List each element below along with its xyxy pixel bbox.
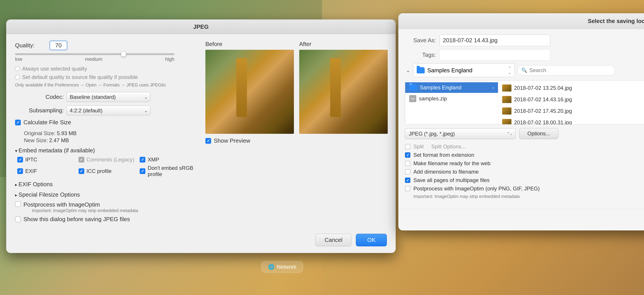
- quality-slider[interactable]: [15, 53, 174, 55]
- format-select[interactable]: JPEG (*.jpg, *.jpeg): [405, 128, 516, 139]
- file-item-img4[interactable]: 2018-07-02 18.00.31.jpg: [498, 117, 644, 124]
- iptc-item[interactable]: IPTC: [17, 157, 74, 163]
- format-extension-label: Set format from extension: [414, 152, 474, 158]
- radio-set-default[interactable]: Set default quality to source file quali…: [15, 74, 196, 80]
- network-icon: 🌐: [268, 264, 275, 270]
- exif-checkbox[interactable]: [17, 168, 23, 174]
- codec-select-wrapper: Baseline (standard): [66, 92, 150, 102]
- format-select-wrapper: JPEG (*.jpg, *.jpeg): [405, 128, 516, 139]
- slider-container: low medium high: [15, 53, 196, 62]
- after-label: After: [299, 41, 388, 47]
- network-button[interactable]: 🌐 Network: [261, 261, 303, 273]
- chevron-icon: ›: [493, 85, 494, 90]
- original-size-row: Original Size: 5.93 MB: [24, 130, 196, 136]
- web-filename-checkbox[interactable]: [405, 161, 410, 166]
- jpeg-titlebar: JPEG: [6, 19, 396, 34]
- jpeg-title: JPEG: [193, 23, 208, 30]
- embed-metadata-header[interactable]: Embed metadata (if available): [15, 147, 196, 154]
- postprocess-imageoptim-checkbox[interactable]: [405, 186, 410, 191]
- search-box[interactable]: 🔍: [518, 65, 615, 75]
- save-as-input[interactable]: [440, 34, 550, 46]
- new-size-row: New Size: 2.47 MB: [24, 137, 196, 144]
- radio-default-label: Set default quality to source file quali…: [22, 74, 138, 80]
- file-browser-right: 2018-07-02 13.25.04.jpg 2018-07-02 14.43…: [498, 80, 644, 124]
- slider-labels: low medium high: [15, 56, 174, 62]
- before-label: Before: [205, 41, 294, 47]
- calc-filesize-checkbox[interactable]: [15, 120, 21, 125]
- show-dialog-row[interactable]: Show this dialog before saving JPEG file…: [15, 216, 196, 223]
- split-row[interactable]: Split Split Options...: [405, 144, 644, 150]
- postprocess-checkbox[interactable]: [15, 201, 21, 207]
- file-item-img1[interactable]: 2018-07-02 13.25.04.jpg: [498, 82, 644, 94]
- after-preview-box: After: [299, 41, 388, 134]
- codec-row: Codec: Baseline (standard): [15, 92, 196, 102]
- location-dropdown[interactable]: Samples England ⌃ ⌄: [413, 63, 515, 77]
- xmp-item[interactable]: XMP: [140, 157, 196, 163]
- split-options-link[interactable]: Split Options...: [431, 144, 466, 150]
- radio-always-label: Always use selected quality: [22, 66, 87, 72]
- jpeg-note: Only available if the Preferences → Open…: [15, 82, 196, 88]
- tags-row: Tags:: [405, 49, 644, 60]
- show-preview-row[interactable]: Show Preview: [205, 137, 388, 144]
- postprocess-imageoptim-label: Postprocess with ImageOptim (only PNG, G…: [414, 186, 540, 192]
- slider-medium: medium: [85, 56, 102, 62]
- save-as-row: Save As:: [405, 34, 644, 46]
- file-item-img3[interactable]: 2018-07-02 17.45.20.jpg: [498, 105, 644, 117]
- quality-input[interactable]: [50, 41, 67, 50]
- postprocess-note: Important: ImageOptim may strip embedded…: [32, 208, 138, 213]
- postprocess-row[interactable]: Postprocess with ImageOptim Important: I…: [15, 201, 196, 213]
- folder-icon: [417, 67, 425, 73]
- postprocess-imageoptim-row[interactable]: Postprocess with ImageOptim (only PNG, G…: [405, 186, 644, 192]
- nosrgb-item[interactable]: Don't embed sRGB profile: [140, 165, 196, 177]
- exif-item[interactable]: EXIF: [17, 165, 74, 177]
- tags-label: Tags:: [405, 51, 436, 58]
- save-all-pages-checkbox[interactable]: [405, 178, 410, 183]
- jpeg-cancel-button[interactable]: Cancel: [315, 234, 352, 246]
- samples-zip-label: samples.zip: [419, 95, 447, 102]
- split-checkbox[interactable]: [405, 144, 410, 149]
- save-title: Select the saving location and name: [588, 18, 644, 24]
- tags-input[interactable]: [440, 49, 550, 60]
- save-dialog: Select the saving location and name Save…: [398, 13, 644, 230]
- location-name: Samples England: [427, 67, 472, 74]
- web-filename-row[interactable]: Make filename ready for the web: [405, 160, 644, 167]
- subsampling-select[interactable]: 4:2:2 (default): [66, 105, 150, 115]
- format-extension-row[interactable]: Set format from extension: [405, 152, 644, 158]
- save-options: Split Split Options... Set format from e…: [405, 144, 644, 199]
- jpeg-ok-button[interactable]: OK: [356, 234, 387, 246]
- icc-checkbox[interactable]: [78, 168, 84, 174]
- comments-label: Comments (Legacy): [86, 157, 134, 163]
- calc-filesize-row[interactable]: Calculate File Size: [15, 119, 196, 126]
- icc-item[interactable]: ICC profile: [78, 165, 136, 177]
- file-item-samples-england[interactable]: Samples England ›: [405, 82, 498, 93]
- options-button[interactable]: Options...: [519, 128, 558, 139]
- iptc-label: IPTC: [25, 157, 38, 163]
- original-size-label: Original Size:: [24, 130, 56, 136]
- add-dimensions-checkbox[interactable]: [405, 169, 410, 175]
- format-extension-checkbox[interactable]: [405, 152, 410, 158]
- save-all-pages-row[interactable]: Save all pages of multipage files: [405, 177, 644, 183]
- subsampling-select-wrapper: 4:2:2 (default): [66, 105, 150, 115]
- location-bar: ⌄ Samples England ⌃ ⌄ 🔍: [405, 63, 644, 77]
- iptc-checkbox[interactable]: [17, 157, 23, 163]
- file-item-samples-zip[interactable]: zip samples.zip: [405, 93, 498, 104]
- calc-filesize-label: Calculate File Size: [24, 119, 71, 126]
- add-dimensions-row[interactable]: Add dimensions to filename: [405, 169, 644, 175]
- special-filesize-header[interactable]: Special Filesize Options: [15, 191, 196, 198]
- network-label: Network: [277, 264, 296, 270]
- codec-select[interactable]: Baseline (standard): [66, 92, 150, 102]
- show-preview-checkbox[interactable]: [205, 138, 211, 144]
- exif-label: EXIF: [25, 168, 37, 174]
- file-browser: Samples England › zip samples.zip 2018-0…: [405, 80, 644, 124]
- search-input[interactable]: [529, 67, 611, 73]
- show-dialog-checkbox[interactable]: [15, 217, 21, 222]
- xmp-checkbox[interactable]: [140, 157, 146, 163]
- nosrgb-checkbox[interactable]: [140, 168, 146, 174]
- add-dimensions-label: Add dimensions to filename: [414, 169, 479, 175]
- save-as-label: Save As:: [405, 37, 436, 44]
- file-item-img2[interactable]: 2018-07-02 14.43.16.jpg: [498, 94, 644, 105]
- exif-options-header[interactable]: EXIF Options: [15, 181, 196, 188]
- radio-always-use[interactable]: Always use selected quality: [15, 66, 196, 72]
- jpeg-dialog: JPEG Quality: low medium high: [6, 19, 396, 253]
- search-icon: 🔍: [521, 67, 527, 73]
